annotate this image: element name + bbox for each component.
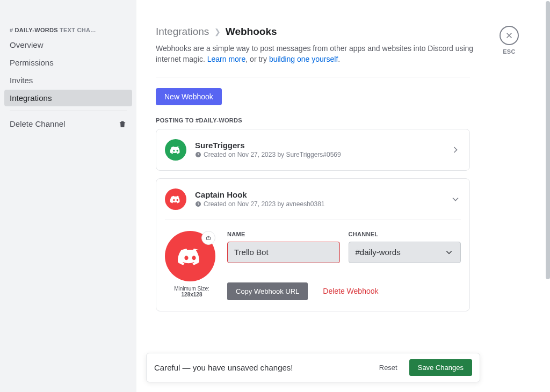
close-column: ESC [500, 26, 519, 55]
upload-icon [205, 234, 212, 242]
webhook-meta-text: Created on Nov 27, 2023 by avneesh0381 [204, 200, 325, 208]
scrollbar[interactable] [546, 1, 550, 279]
action-row: Copy Webhook URL Delete Webhook [227, 282, 461, 300]
new-webhook-button[interactable]: New Webhook [156, 88, 222, 105]
sidebar-item-label: Delete Channel [10, 119, 65, 128]
webhook-card: SureTriggers Created on Nov 27, 2023 by … [156, 129, 470, 171]
webhook-card: Captain Hook Created on Nov 27, 2023 by … [156, 178, 470, 311]
learn-more-link[interactable]: Learn more [207, 55, 246, 63]
name-label: NAME [227, 231, 340, 237]
webhook-header[interactable]: Captain Hook Created on Nov 27, 2023 by … [156, 179, 469, 220]
sidebar-item-delete-channel[interactable]: Delete Channel [4, 115, 132, 132]
min-size-label: Minimum Size: 128x128 [165, 286, 219, 297]
avatar-upload[interactable] [165, 231, 215, 281]
avatar-column: Minimum Size: 128x128 [165, 231, 219, 300]
channel-field: CHANNEL #daily-words [349, 231, 461, 263]
webhook-header[interactable]: SureTriggers Created on Nov 27, 2023 by … [156, 129, 469, 170]
sidebar-item-invites[interactable]: Invites [4, 72, 132, 89]
desc-text: . [338, 55, 340, 63]
chevron-down-icon [444, 248, 454, 257]
sidebar-channel-type: TEXT CHA... [60, 27, 96, 33]
webhook-avatar [165, 139, 186, 161]
sidebar-divider [10, 111, 127, 111]
webhook-name: Captain Hook [195, 190, 450, 199]
clock-icon [195, 201, 201, 207]
name-field: NAME [227, 231, 340, 263]
webhook-body: Minimum Size: 128x128 NAME CHANNEL #dail… [156, 220, 469, 311]
sidebar-item-label: Permissions [10, 58, 54, 67]
trash-icon [118, 120, 127, 128]
divider [165, 220, 461, 220]
breadcrumb: Integrations ❯ Webhooks [156, 26, 534, 38]
sidebar-item-label: Overview [10, 40, 44, 49]
webhook-meta-text: Created on Nov 27, 2023 by SureTriggers#… [204, 151, 341, 158]
chevron-down-icon [450, 194, 461, 205]
sidebar-channel-header: # DAILY-WORDS TEXT CHA... [4, 27, 132, 37]
webhook-info: Captain Hook Created on Nov 27, 2023 by … [195, 190, 450, 208]
sidebar-item-permissions[interactable]: Permissions [4, 54, 132, 71]
channel-select[interactable]: #daily-words [349, 242, 461, 263]
divider [156, 77, 470, 77]
delete-webhook-link[interactable]: Delete Webhook [323, 287, 378, 295]
channel-settings-sidebar: # DAILY-WORDS TEXT CHA... Overview Permi… [0, 0, 136, 392]
chevron-right-icon: ❯ [214, 27, 221, 36]
channel-label: CHANNEL [349, 231, 461, 237]
webhook-avatar [165, 188, 186, 210]
webhook-name: SureTriggers [195, 141, 450, 150]
webhook-info: SureTriggers Created on Nov 27, 2023 by … [195, 141, 450, 158]
hash-icon: # [10, 27, 13, 33]
webhook-meta: Created on Nov 27, 2023 by avneesh0381 [195, 200, 450, 208]
close-button[interactable] [500, 26, 519, 45]
sidebar-item-label: Integrations [10, 93, 52, 103]
channel-value: #daily-words [356, 248, 401, 257]
discord-icon [169, 145, 182, 155]
sidebar-item-overview[interactable]: Overview [4, 37, 132, 53]
form-column: NAME CHANNEL #daily-words Copy Webh [227, 231, 461, 300]
posting-channel-tag: #DAILY-WORDS [196, 117, 242, 124]
upload-badge[interactable] [201, 231, 215, 245]
breadcrumb-parent[interactable]: Integrations [156, 26, 209, 37]
chevron-right-icon [450, 144, 461, 155]
discord-icon [176, 245, 205, 267]
build-yourself-link[interactable]: building one yourself [269, 55, 338, 63]
sidebar-channel-name: DAILY-WORDS [15, 27, 58, 33]
page-description: Webhooks are a simple way to post messag… [156, 43, 478, 65]
name-input[interactable] [227, 242, 340, 263]
desc-text: , or try [245, 55, 269, 63]
esc-label: ESC [500, 48, 519, 55]
reset-link[interactable]: Reset [379, 364, 397, 372]
posting-text: POSTING TO [156, 117, 196, 124]
copy-webhook-url-button[interactable]: Copy Webhook URL [227, 282, 308, 300]
close-icon [505, 31, 513, 40]
posting-to-label: POSTING TO #DAILY-WORDS [156, 117, 534, 124]
main-content: ESC Integrations ❯ Webhooks Webhooks are… [136, 0, 550, 392]
sidebar-item-label: Invites [10, 76, 33, 85]
webhook-meta: Created on Nov 27, 2023 by SureTriggers#… [195, 151, 450, 158]
save-changes-button[interactable]: Save Changes [409, 359, 472, 376]
sidebar-item-integrations[interactable]: Integrations [4, 90, 132, 106]
discord-icon [169, 194, 182, 204]
unsaved-message: Careful — you have unsaved changes! [154, 363, 379, 372]
breadcrumb-current: Webhooks [226, 26, 277, 37]
clock-icon [195, 151, 201, 158]
unsaved-changes-bar: Careful — you have unsaved changes! Rese… [146, 353, 480, 382]
